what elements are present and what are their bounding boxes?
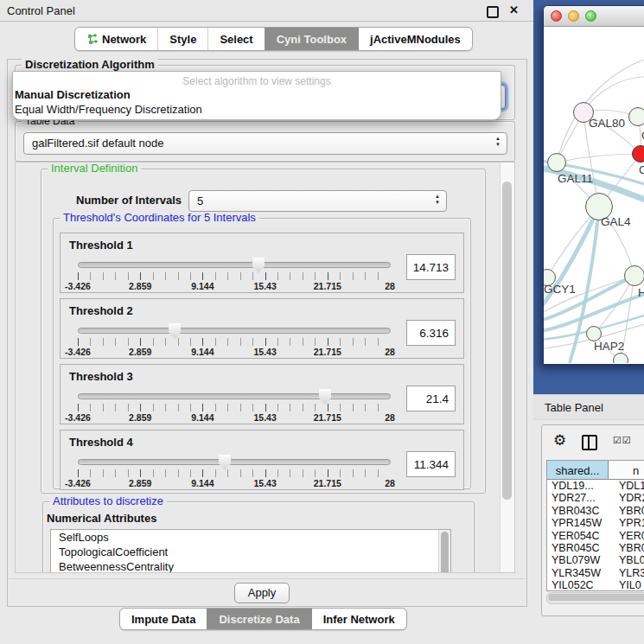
cell[interactable]: YBL0 (609, 554, 644, 566)
tick-label: 2.859 (129, 412, 151, 423)
network-node-selected-red[interactable] (632, 145, 644, 163)
apply-button[interactable]: Apply (234, 583, 290, 603)
slider-thumb[interactable] (219, 455, 232, 470)
node-label: HAP2 (594, 340, 624, 353)
column-header-shared-name[interactable]: shared... (547, 461, 609, 479)
zoom-traffic-light-icon[interactable] (585, 10, 596, 22)
tab-style[interactable]: Style (157, 28, 207, 50)
close-traffic-light-icon[interactable] (551, 10, 562, 22)
threshold-4-value-field[interactable]: 11.344 (406, 451, 456, 477)
settings-vertical-scrollbar[interactable] (500, 163, 514, 572)
cell[interactable]: YDL19... (547, 480, 609, 492)
settings-scrollbar-thumb[interactable] (502, 182, 512, 500)
tab-select[interactable]: Select (207, 28, 264, 50)
network-node[interactable] (624, 265, 644, 286)
dropdown-option-equal-width[interactable]: Equal Width/Frequency Discretization (13, 102, 501, 117)
slider-track[interactable] (78, 262, 391, 268)
cell[interactable]: YDR2 (609, 492, 644, 504)
list-item[interactable]: SelfLoops (51, 530, 450, 545)
algorithm-dropdown-popup: Select algorithm to view settings Manual… (12, 71, 501, 120)
select-columns-icon[interactable]: ☑☑ (613, 435, 632, 446)
tab-infer-network[interactable]: Infer Network (311, 609, 406, 629)
network-canvas[interactable]: GAL80 G GAL11 C GAL4 GCY1 H HAP2 (544, 27, 644, 363)
tab-jactivemnodules[interactable]: jActiveMNodules (358, 28, 472, 50)
tab-network[interactable]: Network (75, 28, 157, 50)
slider-track[interactable] (78, 459, 391, 465)
tab-impute-data[interactable]: Impute Data (120, 609, 207, 629)
cell[interactable]: YPR1 (609, 517, 644, 529)
cell[interactable]: YDL1 (609, 480, 644, 492)
cell[interactable]: YER054C (547, 530, 609, 542)
table-data-combobox[interactable]: galFiltered.sif default node ▲ ▼ (23, 132, 507, 155)
column-layout-icon[interactable] (582, 435, 597, 450)
slider-ticks (78, 404, 390, 411)
cell[interactable]: YLR3 (609, 567, 644, 579)
threshold-1-value-field[interactable]: 14.713 (406, 254, 456, 280)
numerical-attributes-list[interactable]: SelfLoops TopologicalCoefficient Between… (50, 529, 451, 573)
dropdown-option-manual[interactable]: Manual Discretization (13, 87, 501, 102)
spinner-stepper[interactable]: ▲ ▼ (435, 194, 440, 206)
threshold-1-slider[interactable]: -3.426 2.859 9.144 15.43 21.715 28 (78, 258, 391, 290)
slider-track[interactable] (78, 393, 391, 399)
table-row[interactable]: YLR345W YLR3 (547, 567, 644, 579)
node-table: shared... n YDL19... YDL1 YDR27... YDR2 … (546, 460, 644, 591)
combobox-value: galFiltered.sif default node (32, 137, 163, 150)
list-item[interactable]: TopologicalCoefficient (51, 545, 450, 559)
table-data-group: Table Data galFiltered.sif default node … (15, 121, 515, 162)
threshold-3-slider[interactable]: -3.426 2.859 9.144 15.43 21.715 28 (78, 389, 391, 422)
network-node-gal11[interactable] (547, 153, 566, 172)
table-horizontal-scrollbar[interactable] (546, 592, 644, 604)
tick-label: 28 (385, 412, 395, 423)
table-row[interactable]: YDL19... YDL1 (547, 480, 644, 492)
network-node[interactable] (613, 353, 628, 363)
slider-thumb[interactable] (169, 323, 182, 339)
threshold-4-slider[interactable]: -3.426 2.859 9.144 15.43 21.715 28 (78, 455, 391, 488)
combobox-stepper[interactable]: ▲ ▼ (495, 136, 501, 148)
node-label: GAL11 (558, 172, 593, 185)
cell[interactable]: YBR043C (547, 505, 609, 517)
cell[interactable]: YBL079W (547, 554, 609, 566)
tab-cyni-toolbox[interactable]: Cyni Toolbox (265, 28, 358, 50)
table-scrollbar-thumb[interactable] (548, 594, 644, 601)
spinner-up-icon: ▲ (435, 194, 440, 200)
table-row[interactable]: YDR27... YDR2 (547, 492, 644, 504)
network-node[interactable] (628, 107, 644, 126)
table-row[interactable]: YBL079W YBL0 (547, 554, 644, 566)
slider-thumb[interactable] (252, 258, 265, 273)
table-row[interactable]: YIL052C YIL0 (547, 579, 644, 591)
cell[interactable]: YIL0 (609, 579, 641, 591)
table-row[interactable]: YBR045C YBR0 (547, 542, 644, 554)
close-icon[interactable]: ✕ (509, 3, 519, 16)
cell[interactable]: YPR145W (547, 517, 609, 529)
number-of-intervals-spinner[interactable]: 5 ▲ ▼ (188, 190, 447, 212)
minimize-traffic-light-icon[interactable] (568, 10, 579, 22)
list-item[interactable]: BetweennessCentrality (51, 559, 450, 573)
threshold-2-slider[interactable]: -3.426 2.859 9.144 15.43 21.715 28 (78, 323, 391, 356)
threshold-2-value-field[interactable]: 6.316 (406, 320, 456, 346)
slider-track[interactable] (78, 328, 391, 334)
tick-label: -3.426 (65, 478, 91, 488)
network-window-titlebar[interactable] (544, 6, 644, 27)
cell[interactable]: YER0 (609, 530, 644, 542)
slider-thumb[interactable] (318, 389, 331, 405)
cell[interactable]: YBR0 (609, 542, 644, 554)
float-window-icon[interactable] (487, 6, 499, 18)
column-header-name[interactable]: n (609, 461, 644, 479)
tick-label: 21.715 (314, 412, 341, 423)
tick-label: 15.43 (253, 347, 276, 357)
gear-icon[interactable]: ⚙ (553, 431, 566, 450)
group-title: Attributes to discretize (49, 495, 167, 507)
cell[interactable]: YBR0 (609, 505, 644, 517)
table-row[interactable]: YER054C YER0 (547, 530, 644, 542)
cell[interactable]: YLR345W (547, 567, 609, 579)
table-row[interactable]: YBR043C YBR0 (547, 505, 644, 517)
list-scrollbar-thumb[interactable] (441, 532, 449, 573)
cell[interactable]: YDR27... (547, 492, 609, 504)
threshold-3-value-field[interactable]: 21.4 (406, 386, 456, 411)
table-row[interactable]: YPR145W YPR1 (547, 517, 644, 529)
list-scrollbar[interactable] (438, 530, 450, 573)
tab-discretize-data[interactable]: Discretize Data (207, 609, 310, 629)
cell[interactable]: YIL052C (547, 579, 609, 591)
tick-label: 15.43 (253, 478, 276, 488)
cell[interactable]: YBR045C (547, 542, 609, 554)
